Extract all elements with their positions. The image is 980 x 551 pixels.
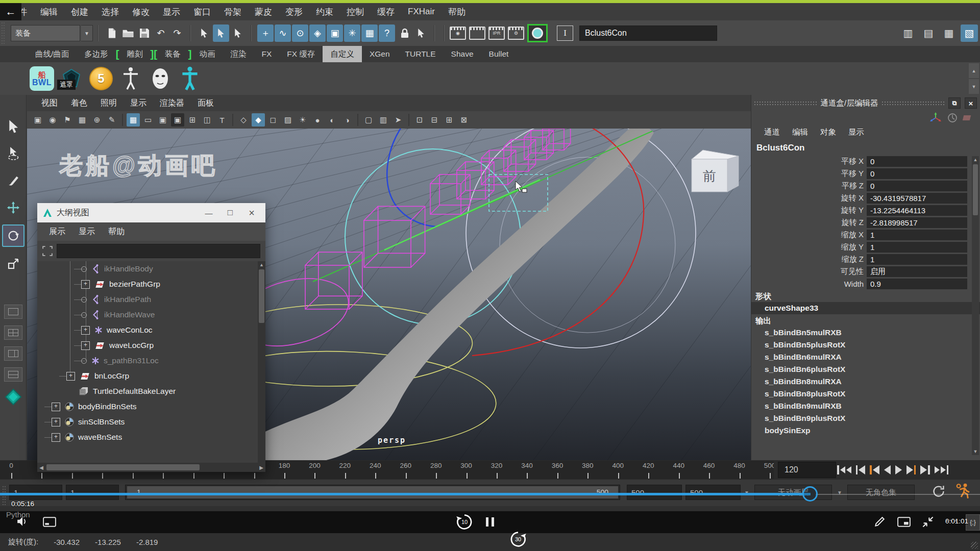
go-to-end-button[interactable] [934, 462, 950, 478]
anti-alias-icon[interactable]: ◑ [340, 113, 354, 127]
outliner-item-waveLocGrp[interactable]: +waveLocGrp [37, 338, 265, 353]
snap-grid-icon[interactable]: ＋ [257, 24, 274, 42]
window-resize-grip[interactable] [971, 542, 978, 549]
shelf-tab-2[interactable]: 雕刻 [119, 46, 150, 62]
move-tool[interactable] [3, 197, 23, 218]
two-d-pan-zoom-icon[interactable]: ⊕ [90, 113, 104, 127]
shelf-item-mask[interactable]: 遮罩 [59, 66, 84, 91]
shelf-tab-12[interactable]: Bullet [481, 46, 517, 62]
pane-layout-4-icon[interactable]: ⊠ [457, 113, 471, 127]
shelf-tab-3[interactable]: 装备 [157, 46, 188, 62]
attribute-value-field[interactable]: 1 [867, 242, 967, 253]
attribute-value-field[interactable]: 0 [867, 156, 967, 167]
persp-outliner-layout[interactable] [4, 346, 22, 361]
snap-center-icon[interactable]: ◈ [309, 24, 326, 42]
redo-icon[interactable]: ↷ [169, 24, 185, 42]
split-pane-layout[interactable] [4, 367, 22, 382]
menu-item-2[interactable]: 创建 [64, 6, 95, 18]
bounding-box-icon[interactable]: ◻ [266, 113, 280, 127]
outliner-item-TurtleDefaultBakeLayer[interactable]: TurtleDefaultBakeLayer [37, 384, 265, 399]
attribute-value-field[interactable]: 1 [867, 230, 967, 240]
outliner-item-ikHandlePath[interactable]: ikHandlePath [37, 292, 265, 307]
outliner-menu-0[interactable]: 展示 [43, 227, 71, 237]
output-node-2[interactable]: s_bBindBn6mulRXA [751, 351, 980, 363]
channel-box-popout-icon[interactable]: ⧉ [948, 97, 961, 109]
film-gate-icon[interactable]: ▭ [141, 113, 155, 127]
speed-clock-icon[interactable] [947, 113, 958, 123]
outliner-menu-1[interactable]: 显示 [73, 227, 101, 237]
video-progress-played[interactable] [0, 493, 811, 495]
attribute-value-field[interactable]: 0 [867, 168, 967, 179]
select-tool[interactable] [3, 116, 23, 137]
four-pane-layout[interactable] [4, 325, 22, 340]
play-backwards-button[interactable] [883, 462, 892, 478]
manipulator-axis-icon[interactable] [929, 112, 942, 123]
output-node-5[interactable]: s_bBindBn8plusRotX [751, 388, 980, 400]
shelf-item-face[interactable] [148, 66, 173, 91]
view-cube[interactable]: 前 [692, 150, 739, 192]
construction-plane-icon[interactable]: ▦ [361, 24, 378, 42]
playback-end-field[interactable]: 500 [627, 485, 682, 500]
outliner-menu-2[interactable]: 帮助 [103, 227, 130, 237]
open-scene-icon[interactable] [120, 24, 136, 42]
command-line-language[interactable]: Python [6, 510, 30, 519]
gate-mask-icon[interactable]: ▣ [171, 113, 184, 127]
output-node-3[interactable]: s_bBindBn6plusRotX [751, 363, 980, 375]
shelf-tab-4[interactable]: 动画 [192, 46, 223, 62]
safe-title-icon[interactable]: T [215, 113, 229, 127]
shelf-tab-11[interactable]: Shave [444, 46, 481, 62]
outliner-item-ikHandleWave[interactable]: ikHandleWave [37, 307, 265, 322]
channel-box-close-icon[interactable]: × [965, 97, 977, 109]
outliner-item-bodyBindBnSets[interactable]: +bodyBindBnSets [37, 399, 265, 414]
ambient-occlusion-icon[interactable]: ◐ [326, 113, 339, 127]
attribute-value-field[interactable]: 1 [867, 254, 967, 265]
outliner-item-bezierPathGrp[interactable]: +bezierPathGrp [37, 277, 265, 292]
menu-item-10[interactable]: 约束 [309, 6, 340, 18]
scale-tool[interactable] [3, 254, 23, 274]
rotate-tool[interactable] [2, 224, 24, 247]
scroll-left-icon[interactable]: ◀ [37, 465, 45, 470]
pane-layout-2-icon[interactable]: ⊟ [428, 113, 441, 127]
menu-set-dropdown-arrow[interactable]: ▼ [81, 25, 93, 41]
quick-select-icon[interactable]: I [557, 26, 573, 41]
menu-item-13[interactable]: FXHair [401, 7, 442, 17]
menu-item-5[interactable]: 显示 [156, 6, 187, 18]
step-forward-key-button[interactable] [905, 462, 917, 478]
panel-menu-5[interactable]: 面板 [192, 98, 219, 109]
isolate-select-icon[interactable]: ▢ [362, 113, 375, 127]
outliner-item-waveConLoc[interactable]: +waveConLoc [37, 322, 265, 338]
outliner-hscrollbar[interactable]: ◀ ▶ [37, 463, 265, 472]
video-progress-handle[interactable] [802, 486, 818, 502]
pane-layout-3-icon[interactable]: ⊞ [443, 113, 456, 127]
lasso-tool[interactable] [3, 143, 23, 164]
paint-select-tool[interactable] [3, 170, 23, 191]
select-corners-icon[interactable] [42, 246, 53, 256]
character-set-field[interactable]: 无角色集 [847, 485, 915, 500]
channel-box-menu-2[interactable]: 对象 [815, 127, 842, 138]
cached-playback-icon[interactable] [932, 485, 945, 499]
panel-menu-1[interactable]: 着色 [66, 98, 92, 109]
shelf-item-bwl[interactable]: 船 BWL [30, 66, 54, 91]
picture-in-picture-icon[interactable] [897, 517, 911, 527]
panel-menu-0[interactable]: 视图 [36, 98, 63, 109]
subtitle-display-icon[interactable] [43, 517, 56, 527]
attribute-value-field[interactable]: -2.818998517 [867, 217, 967, 228]
animation-end-field[interactable]: 500 [685, 485, 741, 500]
channel-box-toggle-icon[interactable]: ▤ [920, 24, 937, 42]
output-node-7[interactable]: s_bBindBn9plusRotX [751, 412, 980, 424]
maximize-icon[interactable]: □ [222, 208, 239, 218]
key-icon[interactable] [963, 114, 973, 122]
record-icon[interactable] [527, 24, 548, 42]
forward-30-button[interactable]: 30 [509, 531, 527, 548]
close-icon[interactable]: × [243, 207, 260, 219]
scroll-down-icon[interactable]: ▼ [972, 448, 979, 455]
snap-point-icon[interactable]: ⊙ [292, 24, 308, 42]
output-node-6[interactable]: s_bBindBn9mulRXB [751, 400, 980, 412]
minimize-icon[interactable]: — [200, 209, 217, 217]
tool-settings-icon[interactable]: ▦ [940, 24, 958, 42]
menu-item-9[interactable]: 变形 [279, 6, 309, 18]
use-all-lights-icon[interactable]: ☀ [296, 113, 309, 127]
shadows-icon[interactable]: ● [311, 113, 324, 127]
highlight-selection-icon[interactable] [413, 24, 429, 42]
anim-layer-field[interactable]: 无动画层 [754, 485, 832, 500]
